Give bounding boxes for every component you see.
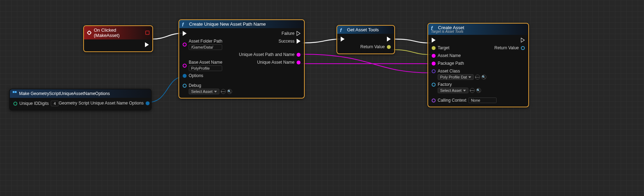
exec-in-pin[interactable] xyxy=(341,37,345,42)
pin-label: Success xyxy=(279,39,294,44)
enum-pin-icon xyxy=(432,99,436,102)
pin-target[interactable]: Target xyxy=(432,45,449,50)
browse-button[interactable]: 🔍 xyxy=(481,75,486,80)
chevron-down-icon xyxy=(468,76,471,78)
pin-label: Factory xyxy=(438,82,481,87)
pin-options[interactable]: Options xyxy=(183,73,203,78)
pin-label: Calling Context xyxy=(438,98,466,103)
pin-out-options[interactable]: Geometry Script Unique Asset Name Option… xyxy=(59,101,150,106)
object-pin-icon xyxy=(521,46,525,50)
picker-value: Select Asset xyxy=(440,88,462,93)
exec-out-failure[interactable]: Failure xyxy=(281,31,300,36)
event-icon xyxy=(87,30,92,35)
pin-asset-name[interactable]: Asset Name xyxy=(432,53,461,58)
node-title: Make GeometryScriptUniqueAssetNameOption… xyxy=(19,91,110,96)
pin-package-path[interactable]: Package Path xyxy=(432,61,464,66)
node-create-asset[interactable]: f Create Asset Target is Asset Tools Tar… xyxy=(427,23,529,107)
pin-asset-class[interactable]: Asset Class Poly Profile Dat ⟵ 🔍 xyxy=(432,69,486,80)
node-on-clicked[interactable]: On Clicked (MakeAsset) xyxy=(83,25,153,52)
node-title: Create Unique New Asset Path Name xyxy=(189,21,266,27)
object-pin-icon xyxy=(432,46,436,50)
pin-calling-context[interactable]: Calling Context None xyxy=(432,97,497,103)
blueprint-canvas[interactable]: On Clicked (MakeAsset) Make GeometryScri… xyxy=(0,0,644,196)
node-get-asset-tools[interactable]: f Get Asset Tools Return Value xyxy=(336,25,395,54)
exec-arrow-icon xyxy=(387,37,391,42)
function-icon: f xyxy=(340,27,345,32)
node-title: Get Asset Tools xyxy=(347,27,379,32)
delegate-pin[interactable] xyxy=(145,31,150,35)
pin-label: Unique Asset Path and Name xyxy=(239,52,294,57)
node-title: On Clicked (MakeAsset) xyxy=(94,27,143,38)
exec-out-success[interactable]: Success xyxy=(279,39,300,44)
pin-label: Package Path xyxy=(438,61,464,66)
factory-picker[interactable]: Select Asset xyxy=(438,88,468,93)
exec-out-pin[interactable] xyxy=(521,38,525,43)
calling-context-input[interactable]: None xyxy=(468,97,497,103)
chevron-down-icon xyxy=(463,90,466,91)
class-pin-icon xyxy=(432,69,436,73)
pin-factory[interactable]: Factory Select Asset ⟵ 🔍 xyxy=(432,82,481,93)
pin-label: Asset Name xyxy=(438,53,461,58)
exec-arrow-icon xyxy=(432,38,436,43)
pin-unique-id-digits[interactable]: Unique IDDigits 4 xyxy=(13,101,59,106)
exec-arrow-icon xyxy=(145,42,149,47)
exec-arrow-icon xyxy=(297,31,300,36)
pin-label: Base Asset Name xyxy=(189,60,222,65)
node-header[interactable]: Make GeometryScriptUniqueAssetNameOption… xyxy=(10,89,151,98)
pin-label: Return Value xyxy=(360,44,385,49)
pin-label: Return Value xyxy=(494,45,519,50)
function-icon: f xyxy=(182,22,187,27)
node-header[interactable]: f Get Asset Tools xyxy=(337,26,394,34)
exec-arrow-icon xyxy=(297,39,300,44)
use-selected-button[interactable]: ⟵ xyxy=(475,75,480,80)
object-pin-icon xyxy=(432,83,436,87)
pin-label: Target xyxy=(438,45,449,50)
node-make-options[interactable]: Make GeometryScriptUniqueAssetNameOption… xyxy=(9,89,152,110)
object-pin-icon xyxy=(183,84,187,88)
pin-out-return-value[interactable]: Return Value xyxy=(494,45,525,50)
object-pin-icon xyxy=(387,45,391,49)
browse-button[interactable]: 🔍 xyxy=(227,89,232,94)
exec-in-pin[interactable] xyxy=(432,38,436,43)
pin-label: Debug xyxy=(189,83,232,88)
pin-label: Geometry Script Unique Asset Name Option… xyxy=(59,101,144,106)
pin-label: Asset Folder Path xyxy=(189,39,222,44)
node-header[interactable]: f Create Unique New Asset Path Name xyxy=(179,20,304,28)
string-pin-icon xyxy=(183,43,187,46)
exec-out-pin[interactable] xyxy=(145,42,149,47)
exec-in-pin[interactable] xyxy=(183,31,187,36)
pin-debug[interactable]: Debug Select Asset ⟵ 🔍 xyxy=(183,83,232,94)
node-create-unique-path[interactable]: f Create Unique New Asset Path Name Fail… xyxy=(178,19,305,99)
debug-asset-picker[interactable]: Select Asset xyxy=(189,89,219,94)
browse-button[interactable]: 🔍 xyxy=(476,88,481,93)
exec-out-pin[interactable] xyxy=(387,37,391,42)
pin-out-unique-name[interactable]: Unique Asset Name xyxy=(257,60,300,65)
string-pin-icon xyxy=(432,62,436,65)
pin-label: Unique IDDigits xyxy=(19,101,49,106)
pin-out-unique-path-name[interactable]: Unique Asset Path and Name xyxy=(239,52,300,57)
node-header[interactable]: On Clicked (MakeAsset) xyxy=(84,26,152,39)
base-name-input[interactable]: PolyProfile xyxy=(189,65,222,71)
int-pin-icon xyxy=(13,102,17,106)
picker-value: Poly Profile Dat xyxy=(440,75,467,79)
node-subtitle: Target is Asset Tools xyxy=(431,30,463,33)
struct-pin-icon xyxy=(183,74,187,78)
pin-label: Failure xyxy=(281,31,294,36)
asset-class-picker[interactable]: Poly Profile Dat xyxy=(438,74,474,80)
struct-icon xyxy=(13,91,17,96)
string-pin-icon xyxy=(297,61,300,64)
string-pin-icon xyxy=(432,54,436,58)
exec-arrow-icon xyxy=(183,31,187,36)
pin-label: Options xyxy=(189,73,203,78)
string-pin-icon xyxy=(183,64,187,68)
exec-arrow-icon xyxy=(521,38,525,43)
use-selected-button[interactable]: ⟵ xyxy=(221,89,226,94)
digits-input[interactable]: 4 xyxy=(51,101,59,106)
pin-out-return-value[interactable]: Return Value xyxy=(360,44,391,49)
node-header[interactable]: f Create Asset Target is Asset Tools xyxy=(428,24,528,35)
pin-label: Unique Asset Name xyxy=(257,60,294,65)
folder-path-input[interactable]: /Game/Data/ xyxy=(189,44,222,50)
use-selected-button[interactable]: ⟵ xyxy=(470,88,475,93)
pin-asset-folder-path[interactable]: Asset Folder Path /Game/Data/ xyxy=(183,39,222,50)
pin-base-asset-name[interactable]: Base Asset Name PolyProfile xyxy=(183,60,222,71)
